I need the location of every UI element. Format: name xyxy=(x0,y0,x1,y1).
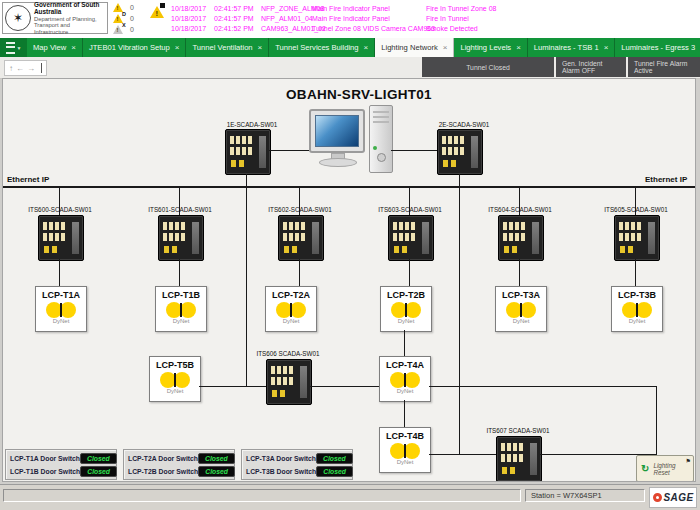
close-icon[interactable]: × xyxy=(604,43,609,52)
close-icon[interactable]: × xyxy=(71,43,76,52)
switch-label: ITS607 SCADA-SW01 xyxy=(468,427,568,434)
link-line xyxy=(635,259,636,286)
dynet-logo-icon xyxy=(390,443,420,459)
tab-luminaires-tsb1[interactable]: Luminaires - TSB 1× xyxy=(528,38,616,57)
lcp-t1a-node[interactable]: LCP-T1A DyNet xyxy=(35,286,87,332)
alarm-time: 02:41:52 PM xyxy=(214,25,261,32)
dynet-logo-icon xyxy=(160,372,190,388)
alarm-message: Smoke Detected xyxy=(426,25,698,32)
door-switch-row: LCP-T3B Door Switch Closed xyxy=(246,465,348,478)
door-switch-group-t3: LCP-T3A Door Switch Closed LCP-T3B Door … xyxy=(241,449,353,480)
switch-its605[interactable] xyxy=(614,215,660,261)
switch-its604[interactable] xyxy=(498,215,544,261)
tunnel-status-buttons: Tunnel Closed Gen. Incident Alarm OFF Tu… xyxy=(422,57,700,77)
link-line xyxy=(391,150,437,151)
tab-lighting-network[interactable]: Lighting Network× xyxy=(375,38,454,57)
alarm-list: 10/18/2017 02:41:57 PM NFP_ZONE_ALM08 Ma… xyxy=(171,3,698,33)
alarm-date: 10/18/2017 xyxy=(171,25,214,32)
alarm-row[interactable]: 10/18/2017 02:41:52 PM CAM963_ALM01_02 T… xyxy=(171,23,698,33)
alarm-summary: ! 0 !D 0 !X 0 xyxy=(113,2,147,35)
tab-map-view[interactable]: Map View× xyxy=(27,38,83,57)
switch-1e-scada-sw01[interactable] xyxy=(225,129,271,175)
door-switch-row: LCP-T2A Door Switch Closed xyxy=(128,452,230,465)
alarm-summary-row[interactable]: !X 0 xyxy=(113,24,147,35)
alarm-message: Fire In Tunnel xyxy=(426,15,698,22)
reset-icon: ↻ xyxy=(641,463,649,474)
switch-its602[interactable] xyxy=(278,215,324,261)
dynet-logo-icon xyxy=(622,302,652,318)
government-logo: ✶ Government of South Australia Departme… xyxy=(2,2,108,34)
lighting-reset-label: Lighting Reset xyxy=(653,462,675,476)
menu-button[interactable]: ▼ xyxy=(0,38,27,57)
switch-its607[interactable] xyxy=(496,436,542,482)
lcp-t5b-node[interactable]: LCP-T5B DyNet xyxy=(149,356,201,402)
close-icon[interactable]: × xyxy=(175,43,180,52)
link-line xyxy=(404,330,405,356)
lcp-t4b-node[interactable]: LCP-T4B DyNet xyxy=(379,427,431,473)
gen-incident-alarm-button[interactable]: Gen. Incident Alarm OFF xyxy=(556,57,626,77)
link-line xyxy=(199,386,266,387)
alarm-source: Main Fire Indicator Panel xyxy=(312,5,426,12)
org-subtitle: Department of Planning, Transport and In… xyxy=(34,16,105,36)
switch-2e-scada-sw01[interactable] xyxy=(437,129,483,175)
door-switch-row: LCP-T3A Door Switch Closed xyxy=(246,452,348,465)
alarm-row[interactable]: 10/18/2017 02:41:57 PM NFP_ZONE_ALM08 Ma… xyxy=(171,3,698,13)
dynet-logo-icon xyxy=(506,302,536,318)
alarm-time: 02:41:57 PM xyxy=(214,5,261,12)
server-monitor-icon[interactable] xyxy=(309,109,365,153)
alarm-date: 10/18/2017 xyxy=(171,5,214,12)
lighting-reset-button[interactable]: ↻ Lighting Reset ⚑ xyxy=(636,455,694,482)
status-badge: Closed xyxy=(198,466,235,477)
door-switch-row: LCP-T2B Door Switch Closed xyxy=(128,465,230,478)
door-switch-row: LCP-T1B Door Switch Closed xyxy=(10,465,112,478)
tab-jteb01-vibration-setup[interactable]: JTEB01 Vibration Setup× xyxy=(83,38,187,57)
text-caret xyxy=(41,63,42,73)
alarm-summary-row[interactable]: !D 0 xyxy=(113,13,147,24)
server-tower-icon[interactable] xyxy=(369,105,393,173)
switch-its606[interactable] xyxy=(266,359,312,405)
link-line xyxy=(409,259,410,286)
sa-crest-icon: ✶ xyxy=(5,5,31,31)
alarm-time: 02:41:57 PM xyxy=(214,15,261,22)
link-line xyxy=(459,174,460,454)
lcp-t2a-node[interactable]: LCP-T2A DyNet xyxy=(265,286,317,332)
link-line xyxy=(429,386,657,387)
tab-bar: ▼ Map View× JTEB01 Vibration Setup× Tunn… xyxy=(0,38,700,57)
tab-tunnel-ventilation[interactable]: Tunnel Ventilation× xyxy=(186,38,269,57)
page-title: OBAHN-SRV-LIGHT01 xyxy=(209,87,509,102)
sage-brand-icon xyxy=(653,493,662,502)
org-title: Government of South Australia xyxy=(34,1,105,15)
nav-back-icon[interactable]: ← xyxy=(16,64,24,73)
switch-its603[interactable] xyxy=(388,215,434,261)
close-icon[interactable]: × xyxy=(516,43,521,52)
link-line xyxy=(519,259,520,286)
alarm-summary-row[interactable]: ! 0 xyxy=(113,2,147,13)
status-bar: Station = W7X64SP1 SAGE xyxy=(0,484,700,510)
dynet-logo-icon xyxy=(276,302,306,318)
lcp-t4a-node[interactable]: LCP-T4A DyNet xyxy=(379,356,431,402)
lcp-t3b-node[interactable]: LCP-T3B DyNet xyxy=(611,286,663,332)
nav-up-icon[interactable]: ↑ xyxy=(9,64,13,73)
lcp-t1b-node[interactable]: LCP-T1B DyNet xyxy=(155,286,207,332)
tunnel-closed-button[interactable]: Tunnel Closed xyxy=(422,57,554,77)
tab-lighting-levels[interactable]: Lighting Levels× xyxy=(454,38,527,57)
chevron-down-icon: ▼ xyxy=(17,45,22,51)
close-icon[interactable]: × xyxy=(258,43,263,52)
lcp-t2b-node[interactable]: LCP-T2B DyNet xyxy=(380,286,432,332)
tab-luminaires-egress3[interactable]: Luminaires - Egress 3× xyxy=(615,38,700,57)
history-nav-box: ↑ ← → xyxy=(4,60,47,76)
status-cell-blank xyxy=(3,489,521,502)
lcp-t3a-node[interactable]: LCP-T3A DyNet xyxy=(495,286,547,332)
alarm-source: Main Fire Indicator Panel xyxy=(312,15,426,22)
link-line xyxy=(310,386,379,387)
switch-its600[interactable] xyxy=(38,215,84,261)
nav-forward-icon[interactable]: → xyxy=(27,64,35,73)
alarm-row[interactable]: 10/18/2017 02:41:57 PM NFP_ALM01_04 Main… xyxy=(171,13,698,23)
switch-its601[interactable] xyxy=(158,215,204,261)
status-badge: Closed xyxy=(198,453,235,464)
tunnel-fire-alarm-button[interactable]: Tunnel Fire Alarm Active xyxy=(628,57,700,77)
tab-tunnel-services-building[interactable]: Tunnel Services Building× xyxy=(269,38,375,57)
close-icon[interactable]: × xyxy=(364,43,369,52)
close-icon[interactable]: × xyxy=(443,43,448,52)
active-alarm-triangle-icon[interactable]: ! xyxy=(150,6,164,18)
